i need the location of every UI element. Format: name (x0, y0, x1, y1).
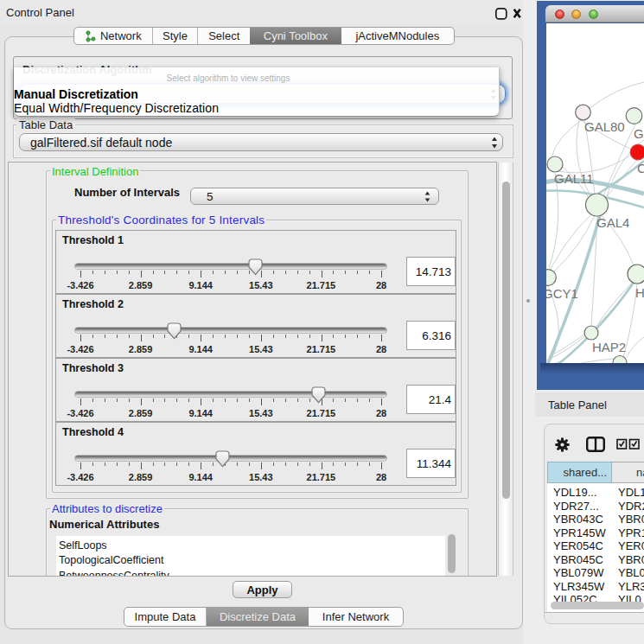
svg-text:GAL80: GAL80 (584, 119, 625, 134)
svg-text:CY: CY (637, 161, 644, 175)
svg-text:GAL11: GAL11 (554, 171, 594, 186)
svg-text:GCY1: GCY1 (546, 286, 578, 301)
svg-text:HI: HI (635, 285, 644, 300)
svg-text:GAL4: GAL4 (596, 215, 629, 230)
svg-text:HAP2: HAP2 (592, 340, 626, 354)
svg-text:GA: GA (634, 126, 644, 141)
